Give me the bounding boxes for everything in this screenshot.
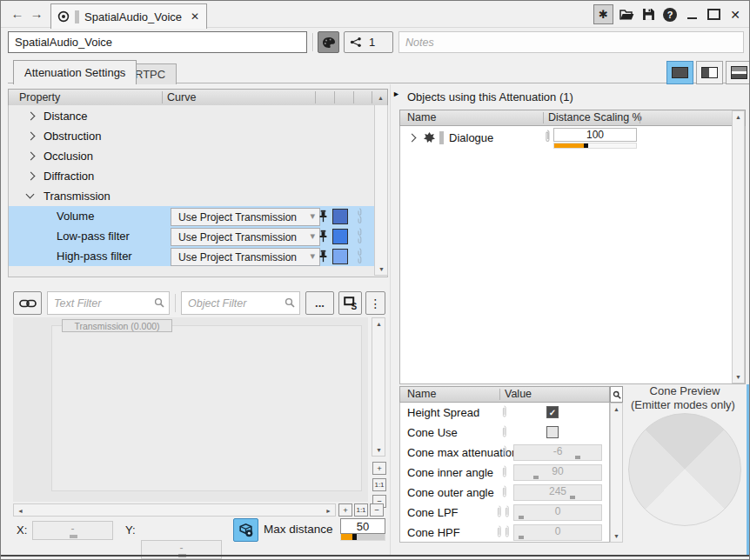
scroll-up-arrow[interactable]: ▲ [735, 114, 741, 120]
graph-horizontal-scrollbar[interactable]: ◄ ► [13, 503, 336, 517]
curve-color-swatch[interactable] [332, 249, 348, 264]
cone-row-cone-use[interactable]: Cone Use [400, 423, 609, 443]
scroll-down-arrow[interactable]: ▼ [735, 374, 741, 380]
collapse-panel-arrow[interactable]: ► [392, 90, 400, 98]
view-menu-button[interactable]: ⋮ [365, 291, 385, 315]
column-property[interactable]: Property [19, 91, 60, 103]
cone-max-attenuation-field[interactable]: -6 [513, 444, 602, 461]
curve-mode-dropdown[interactable]: Use Project Transmission ▾ [171, 248, 320, 266]
column-value[interactable]: Value [505, 388, 532, 400]
x-coordinate-field[interactable]: - [32, 521, 113, 540]
slider-handle[interactable] [519, 536, 524, 539]
column-curve[interactable]: Curve [167, 91, 196, 103]
link-indicator-icon[interactable] [501, 464, 507, 483]
text-filter-input[interactable] [47, 291, 170, 315]
minimize-button[interactable] [683, 5, 700, 23]
column-name[interactable]: Name [407, 111, 436, 123]
slider-handle[interactable] [533, 476, 539, 479]
curve-plot[interactable] [51, 325, 362, 491]
link-indicator-icon[interactable] [356, 247, 363, 268]
cone-row-max-attenuation[interactable]: Cone max attenuation -6 [400, 443, 609, 463]
link-indicator-icon[interactable] [504, 504, 510, 523]
window-close-button[interactable]: ✕ [727, 5, 744, 23]
document-tab[interactable]: SpatialAudio_Voice ✕ [50, 3, 207, 29]
property-row-occlusion[interactable]: Occlusion [9, 146, 375, 166]
zoom-out-horizontal-button[interactable]: − [370, 503, 384, 517]
back-button[interactable]: ← [10, 5, 25, 22]
distance-scaling-value[interactable]: 100 [553, 128, 637, 142]
forward-button[interactable]: → [29, 5, 44, 22]
scroll-up-arrow[interactable]: ▲ [376, 321, 382, 327]
expander-icon[interactable] [408, 134, 417, 143]
link-indicator-icon[interactable] [496, 504, 502, 523]
curve-color-swatch[interactable] [332, 229, 348, 244]
curve-mode-dropdown[interactable]: Use Project Transmission ▾ [171, 208, 320, 226]
zoom-reset-horizontal-button[interactable]: 1:1 [354, 503, 368, 517]
scroll-up-arrow[interactable]: ▲ [378, 95, 384, 101]
max-distance-slider[interactable] [340, 534, 385, 541]
zoom-reset-vertical-button[interactable]: 1:1 [372, 478, 386, 491]
slider-handle[interactable] [575, 456, 580, 459]
layout-split-vertical-button[interactable] [696, 61, 723, 84]
maximize-button[interactable] [705, 5, 722, 23]
link-indicator-icon[interactable] [356, 207, 363, 228]
slider-handle[interactable] [519, 516, 524, 519]
property-row-distance[interactable]: Distance [9, 106, 375, 126]
cone-row-outer-angle[interactable]: Cone outer angle 245 [400, 483, 609, 503]
collapse-icon[interactable] [26, 190, 35, 199]
link-indicator-icon[interactable] [496, 524, 502, 543]
link-indicator-icon[interactable] [501, 484, 507, 503]
notes-input[interactable] [398, 31, 744, 53]
link-indicator-icon[interactable] [501, 444, 507, 463]
scroll-right-arrow[interactable]: ► [325, 508, 331, 514]
link-indicator-icon[interactable] [504, 524, 510, 543]
scroll-down-arrow[interactable]: ▼ [378, 266, 385, 272]
curve-mode-dropdown[interactable]: Use Project Transmission ▾ [171, 228, 320, 246]
sharesets-button[interactable]: 1 [344, 31, 393, 53]
expander-icon[interactable] [27, 152, 36, 161]
link-indicator-icon[interactable] [356, 227, 363, 248]
max-distance-value[interactable]: 50 [340, 518, 385, 534]
cone-hpf-field[interactable]: 0 [513, 524, 602, 541]
expander-icon[interactable] [27, 132, 36, 141]
pin-icon[interactable] [318, 210, 328, 225]
scroll-down-arrow[interactable]: ▼ [376, 447, 382, 453]
distance-scaling-slider[interactable] [553, 143, 637, 149]
tab-attenuation-settings[interactable]: Attenuation Settings [13, 60, 137, 84]
x-slider-handle[interactable] [70, 535, 77, 538]
column-name[interactable]: Name [407, 388, 436, 400]
name-input[interactable] [8, 31, 307, 53]
pin-icon[interactable] [318, 250, 328, 265]
max-distance-control[interactable]: 50 [340, 518, 385, 541]
height-spread-checkbox[interactable]: ✓ [546, 406, 559, 418]
layout-split-horizontal-button[interactable] [726, 61, 750, 84]
panel-splitter[interactable] [390, 84, 391, 555]
pin-icon[interactable] [318, 230, 328, 245]
link-indicator-icon[interactable] [544, 129, 551, 149]
cone-lpf-field[interactable]: 0 [513, 504, 602, 521]
cone-row-lpf[interactable]: Cone LPF 0 [400, 503, 609, 523]
cone-use-checkbox[interactable] [546, 426, 559, 438]
curve-row-high-pass-filter[interactable]: High-pass filter Use Project Transmissio… [9, 246, 375, 266]
link-indicator-icon[interactable] [501, 404, 507, 423]
link-views-button[interactable] [13, 291, 42, 315]
column-distance-scaling[interactable]: Distance Scaling % [548, 111, 642, 123]
graph-vertical-scrollbar[interactable]: ▲ ▼ [372, 317, 385, 457]
scroll-down-arrow[interactable]: ▼ [613, 533, 619, 539]
cone-row-inner-angle[interactable]: Cone inner angle 90 [400, 463, 609, 483]
objects-table-scrollbar[interactable]: ▲ ▼ [732, 110, 745, 383]
curve-color-swatch[interactable] [332, 209, 348, 224]
object-row-dialogue[interactable]: Dialogue 100 [400, 126, 731, 150]
pin-layout-button[interactable]: ✱ [593, 4, 613, 24]
expander-icon[interactable] [27, 172, 36, 181]
cone-row-height-spread[interactable]: Height Spread ✓ [400, 403, 609, 423]
cone-outer-angle-field[interactable]: 245 [513, 484, 602, 501]
curve-row-volume[interactable]: Volume Use Project Transmission ▾ [9, 206, 375, 226]
zoom-in-horizontal-button[interactable]: + [338, 503, 352, 517]
slider-handle[interactable] [584, 143, 588, 148]
tab-close-icon[interactable]: ✕ [191, 10, 199, 23]
property-table-scrollbar[interactable]: ▼ [374, 105, 388, 276]
open-project-button[interactable] [618, 5, 635, 23]
slider-handle[interactable] [352, 534, 357, 540]
layout-single-button[interactable] [666, 61, 693, 84]
